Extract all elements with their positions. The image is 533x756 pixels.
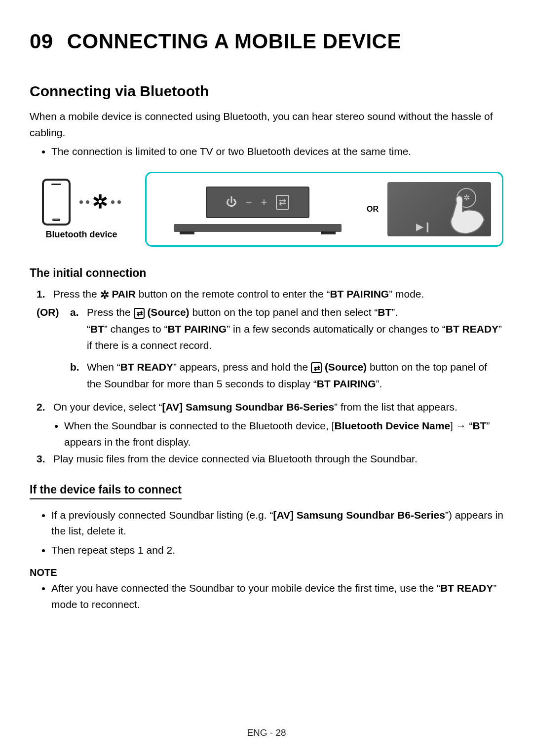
note-heading: NOTE [30, 567, 503, 578]
step-b: b. When “BT READY” appears, press and ho… [70, 359, 503, 392]
chapter-title: CONNECTING A MOBILE DEVICE [67, 30, 401, 53]
source-icon: ⇄ [276, 195, 289, 210]
page-footer: ENG - 28 [0, 727, 533, 738]
hand-icon [438, 195, 487, 234]
or-label: (OR) [37, 304, 63, 321]
bluetooth-icon: ✲ [100, 289, 109, 300]
play-pause-icon: ▶❙ [416, 221, 432, 232]
step-or-group: (OR) a. Press the ⇄ (Source) button on t… [30, 304, 503, 394]
subsection-initial-connection: The initial connection [30, 266, 503, 280]
diagram: ✲ Bluetooth device ⏻ − + ⇄ OR ✲ ▶❙ [30, 172, 503, 247]
source-icon: ⇄ [311, 362, 322, 373]
fail-bullet-2: Then repeat steps 1 and 2. [51, 542, 503, 559]
diagram-box: ⏻ − + ⇄ OR ✲ ▶❙ [145, 172, 503, 247]
diagram-or-label: OR [367, 205, 379, 214]
soundbar-top-panel-icon: ⏻ − + ⇄ [157, 187, 358, 232]
intro-bullet: The connection is limited to one TV or t… [51, 144, 503, 160]
subsection-fails-to-connect: If the device fails to connect [30, 483, 182, 499]
bluetooth-signal-icon: ✲ [79, 192, 121, 211]
phone-icon [42, 179, 71, 226]
power-icon: ⏻ [226, 196, 237, 209]
chapter-number: 09 [30, 30, 53, 53]
source-icon: ⇄ [134, 308, 145, 319]
step-2: 2. On your device, select “[AV] Samsung … [30, 399, 503, 416]
minus-icon: − [246, 196, 252, 209]
step-2-bullet: When the Soundbar is connected to the Bl… [64, 417, 503, 451]
bluetooth-device-label: Bluetooth device [45, 229, 117, 240]
note-bullet-1: After you have connected the Soundbar to… [51, 580, 503, 612]
section-heading: Connecting via Bluetooth [30, 83, 503, 100]
fail-bullet-1: If a previously connected Soundbar listi… [51, 507, 503, 539]
soundbar-front-icon [174, 224, 342, 232]
step-a: a. Press the ⇄ (Source) button on the to… [70, 304, 503, 354]
step-3: 3. Play music files from the device conn… [30, 451, 503, 467]
soundbar-touch-icon: ✲ ▶❙ [387, 182, 491, 236]
chapter-heading: 09CONNECTING A MOBILE DEVICE [30, 30, 503, 53]
diagram-left: ✲ Bluetooth device [30, 179, 133, 240]
intro-paragraph: When a mobile device is connected using … [30, 109, 503, 141]
step-1: 1. Press the ✲ PAIR button on the remote… [30, 286, 503, 302]
plus-icon: + [261, 196, 267, 209]
